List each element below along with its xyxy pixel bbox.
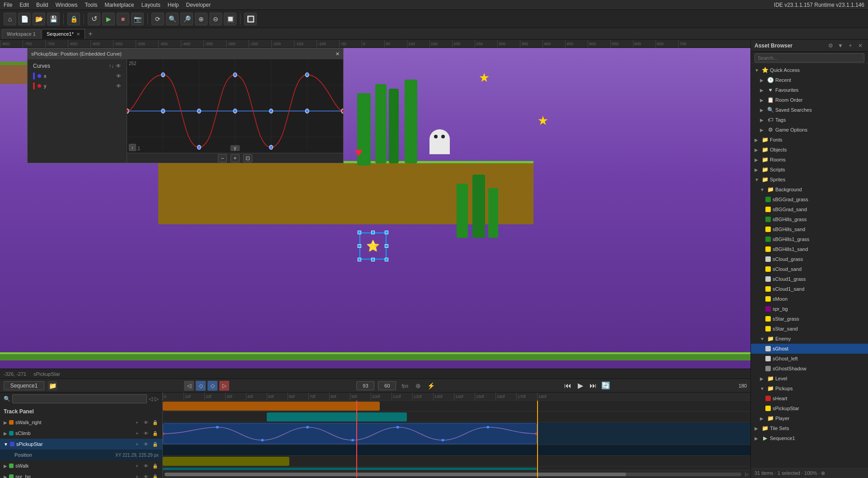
- asset-action-settings[interactable]: ⚙: [826, 42, 835, 50]
- tree-tags[interactable]: ▶ 🏷 Tags: [751, 115, 868, 125]
- tree-room-order[interactable]: ▶ 📋 Room Order: [751, 95, 868, 105]
- track-swalk-lock[interactable]: 🔒: [151, 419, 159, 426]
- curve-zoom-out[interactable]: −: [218, 154, 227, 162]
- track-swalk-eye[interactable]: 👁: [142, 419, 150, 426]
- track-spickupstar-add[interactable]: +: [133, 440, 141, 448]
- track-spickupstar-eye[interactable]: 👁: [142, 440, 150, 448]
- toolbar-save[interactable]: 💾: [47, 13, 60, 25]
- seq-goto-end[interactable]: ⏭: [588, 380, 599, 391]
- menu-developer[interactable]: Developer: [186, 2, 211, 8]
- curve-item-y[interactable]: y 👁: [29, 81, 125, 91]
- menu-file[interactable]: File: [4, 2, 12, 8]
- toolbar-fit[interactable]: ⊕: [195, 13, 208, 25]
- tree-smoon[interactable]: sMoon: [751, 294, 868, 304]
- tree-sprites[interactable]: ▼ 📁 Sprites: [751, 175, 868, 185]
- toolbar-zoom-out[interactable]: 🔍: [166, 13, 179, 25]
- track-sprbg-add[interactable]: +: [133, 473, 141, 478]
- tree-quick-access[interactable]: ▼ ⭐ Quick Access: [751, 65, 868, 75]
- track-prev-btn[interactable]: ◁: [149, 396, 153, 402]
- track-row-position[interactable]: Position XY 221.29, 225.29 px: [0, 450, 162, 460]
- curves-normalize-btn[interactable]: ↑↓: [108, 63, 114, 69]
- tree-sghost-left[interactable]: sGhost_left: [751, 354, 868, 364]
- seq-next-key[interactable]: ▷: [219, 381, 229, 391]
- tab-add-button[interactable]: +: [86, 29, 95, 38]
- tree-level[interactable]: ▶ 📁 Level: [751, 374, 868, 383]
- tree-pickups[interactable]: ▼ 📁 Pickups: [751, 383, 868, 393]
- tree-scloud-grass[interactable]: sCloud_grass: [751, 254, 868, 264]
- curve-item-x[interactable]: x 👁: [29, 71, 125, 81]
- tree-spickupstar[interactable]: sPickupStar: [751, 403, 868, 413]
- timeline-scroll-right[interactable]: ▷: [745, 472, 749, 477]
- curves-visibility-btn[interactable]: 👁: [116, 63, 121, 69]
- track-expand-swalk[interactable]: ▶: [4, 420, 7, 425]
- seq-lightning-btn[interactable]: ⚡: [426, 381, 435, 390]
- timeline-track-swalk2[interactable]: [163, 456, 750, 467]
- tree-background[interactable]: ▼ 📁 Background: [751, 185, 868, 194]
- tree-scloud-sand[interactable]: sCloud_sand: [751, 264, 868, 274]
- tblock-swalk2[interactable]: [163, 457, 289, 466]
- timeline-track-sclimb[interactable]: [163, 412, 750, 422]
- tree-scloud1-grass[interactable]: sCloud1_grass: [751, 274, 868, 284]
- seq-folder-btn[interactable]: 📁: [48, 381, 57, 390]
- viewport[interactable]: ♥: [0, 48, 750, 369]
- track-sclimb-eye[interactable]: 👁: [142, 430, 150, 437]
- tree-fonts[interactable]: ▶ 📁 Fonts: [751, 135, 868, 145]
- tree-sbghills-sand[interactable]: sBGHills_sand: [751, 224, 868, 234]
- tab-workspace[interactable]: Workspace 1: [2, 29, 41, 39]
- tblock-sclimb[interactable]: [267, 412, 407, 421]
- seq-fps-input[interactable]: [378, 381, 396, 390]
- tree-recent[interactable]: ▶ 🕒 Recent: [751, 75, 868, 85]
- track-spickupstar-lock[interactable]: 🔒: [151, 440, 159, 448]
- curve-x-eye[interactable]: 👁: [116, 73, 121, 79]
- track-swalk2-eye[interactable]: 👁: [142, 462, 150, 469]
- tree-sequences[interactable]: ▶ ▶ Sequence1: [751, 433, 868, 443]
- toolbar-new[interactable]: 📄: [18, 13, 31, 25]
- track-expand-spickupstar[interactable]: ▼: [4, 442, 8, 447]
- tab-sequence-close[interactable]: ✕: [76, 32, 80, 37]
- tree-sghost-shadow[interactable]: sGhostShadow: [751, 364, 868, 374]
- track-row-spickupstar[interactable]: ▼ sPickupStar + 👁 🔒: [0, 439, 162, 450]
- tree-objects[interactable]: ▶ 📁 Objects: [751, 145, 868, 155]
- tree-player[interactable]: ▶ 📁 Player: [751, 413, 868, 423]
- toolbar-play[interactable]: ▶: [102, 13, 115, 25]
- track-row-swalk-right[interactable]: ▶ sWaIk_right + 👁 🔒: [0, 417, 162, 428]
- track-sprbg-eye[interactable]: 👁: [142, 473, 150, 478]
- menu-help[interactable]: Help: [168, 2, 179, 8]
- seq-frame-input[interactable]: [356, 381, 374, 390]
- curves-title-bar[interactable]: sPickupStar: Position (Embedded Curve) ✕: [28, 48, 343, 59]
- track-swalk2-lock[interactable]: 🔒: [151, 462, 159, 469]
- tblock-swalk[interactable]: [163, 402, 380, 411]
- track-sclimb-lock[interactable]: 🔒: [151, 430, 159, 437]
- asset-action-filter[interactable]: ▼: [836, 42, 844, 50]
- seq-goto-start[interactable]: ⏮: [562, 380, 573, 391]
- toolbar-open[interactable]: 📂: [33, 13, 45, 25]
- tree-sstar-grass[interactable]: sStar_grass: [751, 314, 868, 324]
- track-sprbg-lock[interactable]: 🔒: [151, 473, 159, 478]
- tree-sbghills-grass[interactable]: sBGHills_grass: [751, 214, 868, 224]
- curves-close-button[interactable]: ✕: [335, 51, 340, 57]
- timeline-track-spickupstar[interactable]: [163, 422, 750, 445]
- menu-edit[interactable]: Edit: [19, 2, 29, 8]
- curve-zoom-in[interactable]: +: [231, 154, 240, 162]
- tree-sbggrad-sand[interactable]: sBGGrad_sand: [751, 204, 868, 214]
- toolbar-snapshot[interactable]: 📷: [131, 13, 144, 25]
- tblock-spickupstar[interactable]: [163, 423, 537, 444]
- menu-build[interactable]: Build: [36, 2, 48, 8]
- asset-action-add[interactable]: +: [846, 42, 854, 50]
- timeline-track-position[interactable]: [163, 445, 750, 456]
- tree-sstar-sand[interactable]: sStar_sand: [751, 324, 868, 334]
- toolbar-refresh[interactable]: ⟳: [151, 13, 164, 25]
- toolbar-lock[interactable]: 🔒: [67, 13, 80, 25]
- timeline-scrollbar-thumb[interactable]: [165, 473, 626, 476]
- track-row-sprbg[interactable]: ▶ spr_bg + 👁 🔒: [0, 471, 162, 478]
- timeline-track-swalk[interactable]: [163, 401, 750, 412]
- tree-rooms[interactable]: ▶ 📁 Rooms: [751, 155, 868, 165]
- toolbar-zoom-in[interactable]: 🔎: [180, 13, 193, 25]
- asset-close-btn[interactable]: ✕: [856, 42, 864, 50]
- tab-sequence[interactable]: Sequence1* ✕: [42, 29, 85, 39]
- tree-enemy[interactable]: ▼ 📁 Enemy: [751, 334, 868, 344]
- tree-spr-bg[interactable]: spr_bg: [751, 304, 868, 314]
- track-expand-sprbg[interactable]: ▶: [4, 474, 7, 478]
- tree-sbghills1-grass[interactable]: sBGHills1_grass: [751, 234, 868, 244]
- track-swalk-add[interactable]: +: [133, 419, 141, 426]
